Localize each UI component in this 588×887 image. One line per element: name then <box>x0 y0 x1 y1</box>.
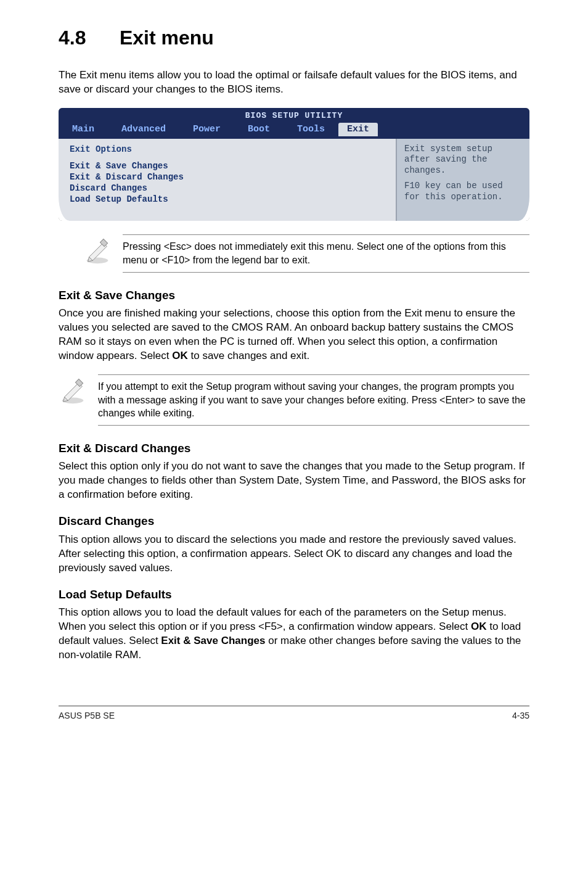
footer-page-number: 4-35 <box>512 710 529 722</box>
text-span: to save changes and exit. <box>188 350 310 361</box>
paragraph-discard: This option allows you to discard the se… <box>59 533 529 576</box>
bios-option[interactable]: Discard Changes <box>70 183 385 194</box>
subheading-exit-save: Exit & Save Changes <box>59 287 529 303</box>
ok-label: OK <box>172 350 188 361</box>
note-text: If you attempt to exit the Setup program… <box>98 374 529 426</box>
bios-tab-advanced[interactable]: Advanced <box>108 123 179 136</box>
bios-option[interactable]: Exit & Discard Changes <box>70 171 385 183</box>
pencil-note-icon <box>59 374 87 410</box>
paragraph-exit-save: Once you are finished making your select… <box>59 307 529 363</box>
bios-body: Exit Options Exit & Save Changes Exit & … <box>59 139 529 221</box>
ok-label: OK <box>326 548 341 559</box>
bios-options-heading: Exit Options <box>70 144 385 155</box>
bios-tab-tools[interactable]: Tools <box>284 123 338 136</box>
section-title-text: Exit menu <box>120 27 214 49</box>
bios-left-pane: Exit Options Exit & Save Changes Exit & … <box>59 139 397 221</box>
note-block: Pressing <Esc> does not immediately exit… <box>83 234 529 272</box>
bios-tab-exit[interactable]: Exit <box>338 123 378 136</box>
paragraph-load-defaults: This option allows you to load the defau… <box>59 606 529 662</box>
bios-menu-tabs: Main Advanced Power Boot Tools Exit <box>59 122 529 139</box>
subheading-discard: Discard Changes <box>59 513 529 529</box>
bios-utility-title: BIOS SETUP UTILITY <box>59 108 529 122</box>
subheading-exit-discard: Exit & Discard Changes <box>59 440 529 456</box>
note-text: Pressing <Esc> does not immediately exit… <box>123 234 529 272</box>
bios-option[interactable]: Load Setup Defaults <box>70 194 385 205</box>
bios-tab-main[interactable]: Main <box>59 123 108 136</box>
intro-paragraph: The Exit menu items allow you to load th… <box>59 68 529 97</box>
ok-label: OK <box>471 621 487 632</box>
bios-help-text-1: Exit system setup after saving the chang… <box>404 144 522 176</box>
bios-header: BIOS SETUP UTILITY Main Advanced Power B… <box>59 108 529 139</box>
bios-help-text-2: F10 key can be used for this operation. <box>404 181 522 202</box>
pencil-note-icon <box>83 234 112 270</box>
bold-label: Exit & Save Changes <box>161 635 265 646</box>
bios-tab-boot[interactable]: Boot <box>234 123 284 136</box>
text-span: This option allows you to load the defau… <box>59 606 507 632</box>
bios-tab-power[interactable]: Power <box>179 123 234 136</box>
page-footer: ASUS P5B SE 4-35 <box>59 706 529 722</box>
footer-product: ASUS P5B SE <box>59 710 115 722</box>
bios-option[interactable]: Exit & Save Changes <box>70 160 385 171</box>
paragraph-exit-discard: Select this option only if you do not wa… <box>59 460 529 502</box>
note-block: If you attempt to exit the Setup program… <box>59 374 529 426</box>
subheading-load-defaults: Load Setup Defaults <box>59 587 529 603</box>
section-heading: 4.8 Exit menu <box>59 25 529 51</box>
bios-help-pane: Exit system setup after saving the chang… <box>397 139 529 221</box>
section-number: 4.8 <box>59 25 114 51</box>
bios-screenshot: BIOS SETUP UTILITY Main Advanced Power B… <box>59 108 529 221</box>
